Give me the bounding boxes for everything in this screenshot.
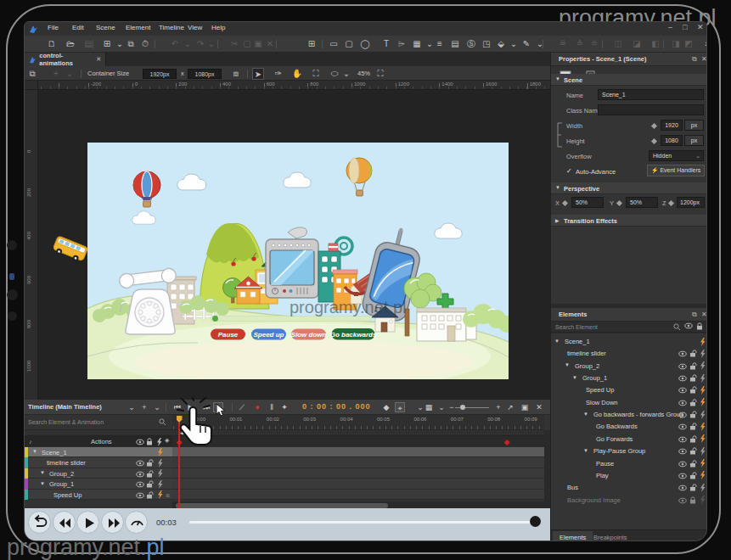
lasso-tool[interactable]: ⬭ <box>329 68 340 80</box>
timeline-tool[interactable]: ⌖ <box>395 402 405 412</box>
timeline-ruler[interactable]: 00:0000:0100:0200:0300:0400:0500:0600:07… <box>172 415 544 430</box>
timeline-tool[interactable]: ▣ <box>520 402 530 412</box>
pen-tool[interactable]: ✑ <box>273 68 284 80</box>
timeline-tool[interactable]: ⟋ <box>237 402 247 412</box>
element-row-background-image[interactable]: Background Image <box>551 494 707 506</box>
toolbar-icon[interactable]: ⬙ <box>495 38 507 50</box>
float-icon[interactable]: ⧉ <box>692 311 697 319</box>
rewind-button[interactable] <box>53 511 76 534</box>
event-handlers-button[interactable]: ⚡ Event Handlers <box>647 165 705 176</box>
section-transition-effects[interactable]: ▶Transition Effects <box>551 215 707 227</box>
toolbar-icon[interactable]: ⊞ <box>101 38 113 50</box>
toolbar-icon[interactable]: ↶ <box>169 38 181 50</box>
toolbar-icon[interactable]: ⌄ <box>114 38 126 50</box>
chevron-down-icon[interactable]: ⌄ <box>64 68 76 80</box>
perspective-y-input[interactable]: 50% <box>626 197 658 208</box>
height-keyframe-diamond[interactable] <box>651 138 657 144</box>
menu-timeline[interactable]: Timeline <box>159 24 184 31</box>
container-width-input[interactable]: 1920px <box>143 69 177 79</box>
name-input[interactable]: Scene_1 <box>598 89 704 100</box>
timeline-tool[interactable]: ↗ <box>505 402 515 412</box>
toolbar-icon[interactable]: ◳ <box>481 38 492 50</box>
toolbar-icon[interactable]: ◩ <box>683 38 694 50</box>
timeline-tool[interactable]: ⌄ <box>436 402 447 412</box>
element-row-pause[interactable]: Pause <box>551 457 707 469</box>
container-height-input[interactable]: 1080px <box>188 69 222 79</box>
bus-element[interactable] <box>50 232 89 268</box>
timeline-tool[interactable]: ‖ <box>267 402 277 412</box>
toolbar-icon[interactable]: 🗋 <box>46 38 58 50</box>
height-unit[interactable]: px <box>684 135 704 146</box>
timeline-track-timeline-slider[interactable]: timeline slider <box>25 457 544 468</box>
width-keyframe-diamond[interactable] <box>651 123 657 129</box>
timeline-tool[interactable]: ▦ <box>424 402 434 412</box>
element-row-go-backwards[interactable]: Go Backwards <box>551 420 707 432</box>
timeline-track-group_1[interactable]: ▼Group_1 <box>25 479 544 490</box>
toolbar-icon[interactable]: ⊞ <box>306 38 318 50</box>
toolbar-icon[interactable]: ▢ <box>241 38 253 50</box>
chevron-down-icon[interactable]: ⌄ <box>340 68 352 80</box>
menu-view[interactable]: View <box>188 24 202 31</box>
toolbar-icon[interactable]: 🗁 <box>65 38 76 50</box>
toolbar-icon[interactable]: ⌄ <box>182 38 194 50</box>
progress-track[interactable] <box>189 521 536 524</box>
toolbar-icon[interactable]: ▤ <box>449 38 461 50</box>
close-icon[interactable]: ✕ <box>701 55 707 63</box>
menu-element[interactable]: Element <box>126 24 150 31</box>
overflow-select[interactable]: Hidden⌄ <box>649 150 704 161</box>
timeline-tool[interactable]: + <box>139 402 149 412</box>
section-scene[interactable]: ▼Scene <box>551 74 707 86</box>
zoom-level[interactable]: 45% <box>357 70 370 77</box>
element-row-play[interactable]: Play <box>551 469 707 481</box>
progress-thumb[interactable] <box>530 516 541 527</box>
element-row-speed-up[interactable]: Speed Up <box>551 384 707 395</box>
toolbar-icon[interactable]: ▦ <box>411 38 423 50</box>
toolbar-icon[interactable]: ✕ <box>264 38 276 50</box>
minimize-button[interactable]: – <box>668 23 672 31</box>
maximize-button[interactable]: □ <box>683 23 687 31</box>
play-button[interactable] <box>76 511 99 534</box>
menu-file[interactable]: File <box>48 24 59 31</box>
toolbar-icon[interactable]: ≡ <box>434 38 446 50</box>
element-row-go-forwards[interactable]: Go Forwards <box>551 433 707 445</box>
toolbar-icon[interactable]: ◪ <box>631 38 643 50</box>
toolbar-icon[interactable]: ✂ <box>228 38 240 50</box>
element-row-scene_1[interactable]: ▼Scene_1 <box>551 335 707 347</box>
toolbar-icon[interactable]: ▭ <box>328 38 340 50</box>
tab-breakpoints[interactable]: Breakpoints <box>593 534 627 541</box>
toolbar-icon[interactable]: ⌄ <box>205 38 217 50</box>
loop-button[interactable] <box>28 511 51 534</box>
transform-tool[interactable]: ⛶ <box>310 68 322 80</box>
speed-button[interactable] <box>125 511 148 534</box>
toolbar-icon[interactable]: ⧉ <box>125 38 137 50</box>
scene-buttons[interactable]: Pause Speed up Slow down Go backwards <box>211 328 377 340</box>
toolbar-icon[interactable]: ◧ <box>649 38 661 50</box>
width-input[interactable]: 1920 <box>661 120 683 131</box>
hand-tool[interactable]: ✋ <box>291 68 303 80</box>
tab-control-animations[interactable]: control-animations ✕ <box>25 53 106 66</box>
element-row-timeline-slider[interactable]: timeline slider <box>551 347 707 359</box>
proportion-icon[interactable]: ⧈ <box>230 68 242 80</box>
menu-help[interactable]: Help <box>211 24 225 31</box>
class-name-input[interactable] <box>598 104 704 115</box>
element-row-slow-down[interactable]: Slow Down <box>551 396 707 408</box>
element-row-group_1[interactable]: ▼Group_1 <box>551 372 707 384</box>
toolbar-icon[interactable]: ⌲ <box>396 38 408 50</box>
timeline-tool[interactable]: ● <box>252 402 262 412</box>
toolbar-icon[interactable]: T <box>380 38 392 50</box>
timeline-tool[interactable]: ✦ <box>279 402 290 412</box>
toolbar-icon[interactable]: ◨ <box>670 38 682 50</box>
elements-search[interactable]: Search Element <box>551 322 707 333</box>
toolbar-icon[interactable]: ≙ <box>574 38 586 50</box>
add-icon[interactable]: + <box>50 68 62 80</box>
width-unit[interactable]: px <box>684 120 704 131</box>
fit-icon[interactable]: ⛶ <box>374 68 386 80</box>
toolbar-icon[interactable]: ≘ <box>588 38 600 50</box>
fast-forward-button[interactable] <box>101 511 124 534</box>
link-dimensions-icon[interactable] <box>556 122 563 148</box>
timeline-track-scene_1[interactable]: ▼Scene_1 <box>25 447 544 458</box>
element-row-play-pause-group[interactable]: ▼Play-Pause Group <box>551 445 707 456</box>
tab-close-icon[interactable]: ✕ <box>96 56 101 63</box>
toolbar-icon[interactable]: ⏱ <box>139 38 151 50</box>
toolbar-icon[interactable]: ◯ <box>359 38 371 50</box>
